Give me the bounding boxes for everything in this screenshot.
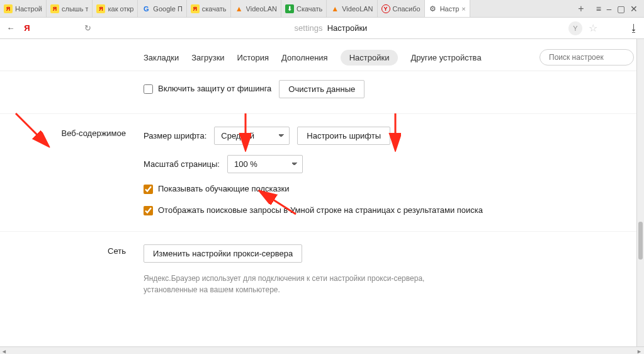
customize-fonts-button[interactable]: Настроить шрифты <box>297 127 390 145</box>
settings-nav-история[interactable]: История <box>237 53 269 62</box>
close-window-button[interactable]: ✕ <box>630 4 638 14</box>
settings-nav-загрузки[interactable]: Загрузки <box>191 53 224 62</box>
phishing-checkbox-row[interactable]: Включить защиту от фишинга <box>144 83 271 94</box>
browser-tab-2[interactable]: Якак откр <box>93 0 138 17</box>
browser-tab-8[interactable]: YСпасибо <box>378 0 425 17</box>
tab-title: как откр <box>108 5 133 13</box>
minimize-button[interactable]: ‒ <box>606 4 612 14</box>
y-favicon-icon: Я <box>96 4 105 13</box>
proxy-settings-button[interactable]: Изменить настройки прокси-сервера <box>144 244 302 263</box>
protect-icon[interactable]: Y <box>568 21 582 35</box>
browser-tab-1[interactable]: Яслышь т <box>47 0 93 17</box>
y-favicon-icon: Я <box>191 4 200 13</box>
browser-tab-4[interactable]: Яскачать <box>187 0 231 17</box>
y-favicon-icon: Я <box>4 4 13 13</box>
url-title: Настройки <box>327 23 368 33</box>
browser-tab-7[interactable]: ▲VideoLAN <box>327 0 377 17</box>
font-size-label: Размер шрифта: <box>144 131 206 140</box>
tab-title: слышь т <box>62 5 88 13</box>
browser-tab-3[interactable]: GGoogle П <box>138 0 186 17</box>
reload-button[interactable]: ↻ <box>82 23 93 33</box>
settings-nav: ЗакладкиЗагрузкиИсторияДополненияНастрой… <box>0 39 644 71</box>
horizontal-scrollbar[interactable]: ◄► <box>0 346 644 354</box>
smartline-label: Отображать поисковые запросы в Умной стр… <box>158 205 483 216</box>
phishing-checkbox[interactable] <box>144 84 153 94</box>
smartline-checkbox-row[interactable]: Отображать поисковые запросы в Умной стр… <box>144 205 619 216</box>
browser-tab-6[interactable]: ⬇Скачать <box>281 0 327 17</box>
section-label-empty <box>0 80 144 98</box>
menu-icon[interactable]: ≡ <box>596 4 601 14</box>
tab-title: VideoLAN <box>342 5 373 13</box>
settings-page: ЗакладкиЗагрузкиИсторияДополненияНастрой… <box>0 39 644 346</box>
vlc-favicon-icon: ▲ <box>235 4 244 13</box>
ycircle-favicon-icon: Y <box>381 4 390 13</box>
settings-nav-закладки[interactable]: Закладки <box>144 53 179 62</box>
section-label-network: Сеть <box>0 244 144 295</box>
vlc-favicon-icon: ▲ <box>330 4 339 13</box>
browser-tab-9[interactable]: ⚙Настр× <box>425 0 470 17</box>
scrollbar-thumb[interactable] <box>638 222 643 260</box>
omnibox[interactable]: settings Настройки <box>98 23 563 33</box>
section-label-webcontent: Веб-содержимое <box>0 127 144 216</box>
vertical-scrollbar[interactable] <box>636 39 644 346</box>
tab-title: Настрой <box>15 5 42 13</box>
new-tab-button[interactable]: + <box>572 0 590 17</box>
browser-tab-5[interactable]: ▲VideoLAN <box>231 0 281 17</box>
url-prefix: settings <box>295 23 323 33</box>
settings-nav-другие устройства[interactable]: Другие устройства <box>410 53 481 62</box>
g-favicon-icon: G <box>142 4 150 13</box>
window-controls: ≡ ‒ ▢ ✕ <box>590 0 644 17</box>
downloads-icon[interactable]: ⭳ <box>629 23 639 34</box>
y-favicon-icon: Я <box>50 4 59 13</box>
tab-title: Настр <box>440 5 460 13</box>
tab-title: VideoLAN <box>246 5 277 13</box>
settings-nav-дополнения[interactable]: Дополнения <box>281 53 328 62</box>
settings-search-input[interactable] <box>539 49 634 66</box>
tab-strip: ЯНастройЯслышь тЯкак открGGoogle ПЯскача… <box>0 0 572 17</box>
window-titlebar: ЯНастройЯслышь тЯкак открGGoogle ПЯскача… <box>0 0 644 18</box>
back-button[interactable]: ← <box>5 23 16 33</box>
tab-close-icon[interactable]: × <box>459 5 465 13</box>
page-zoom-select[interactable]: 100 % <box>227 155 303 173</box>
settings-nav-настройки[interactable]: Настройки <box>341 50 398 66</box>
clear-data-button[interactable]: Очистить данные <box>279 80 364 98</box>
bookmark-star-icon[interactable]: ☆ <box>589 22 597 34</box>
yandex-logo-icon[interactable]: Я <box>21 23 33 33</box>
tab-title: Google П <box>153 5 182 13</box>
show-hints-label: Показывать обучающие подсказки <box>158 183 289 195</box>
phishing-checkbox-label: Включить защиту от фишинга <box>158 83 271 94</box>
maximize-button[interactable]: ▢ <box>617 4 625 14</box>
address-bar: ← Я ↻ settings Настройки Y ☆ ⭳ <box>0 18 644 39</box>
tab-title: Скачать <box>297 5 322 13</box>
proxy-hint: Яндекс.Браузер использует для подключени… <box>144 273 471 295</box>
smartline-checkbox[interactable] <box>144 206 153 215</box>
page-zoom-label: Масштаб страницы: <box>144 159 220 169</box>
show-hints-checkbox[interactable] <box>144 185 153 194</box>
font-size-select[interactable]: Средний <box>214 127 290 145</box>
show-hints-checkbox-row[interactable]: Показывать обучающие подсказки <box>144 183 619 195</box>
gear-favicon-icon: ⚙ <box>429 4 438 13</box>
tab-title: Спасибо <box>393 5 421 13</box>
tab-title: скачать <box>202 5 227 13</box>
browser-tab-0[interactable]: ЯНастрой <box>0 0 47 17</box>
dl-favicon-icon: ⬇ <box>285 4 294 13</box>
